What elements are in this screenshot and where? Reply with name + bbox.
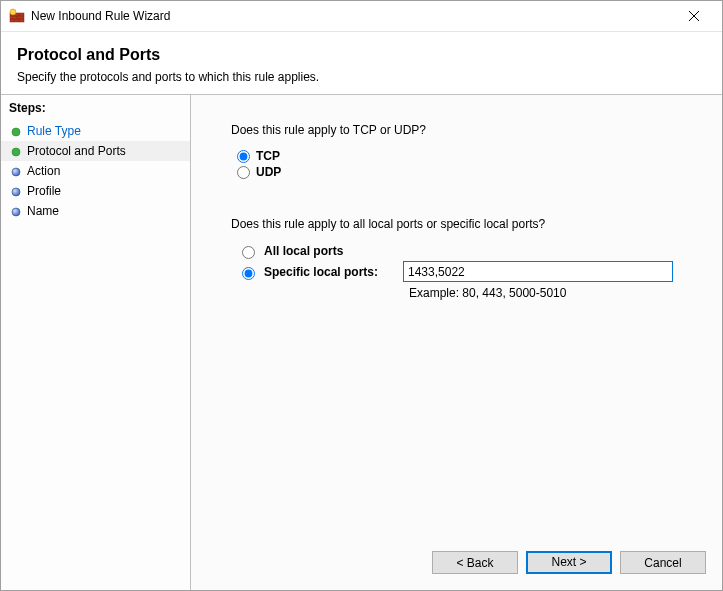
radio-specific-ports-label[interactable]: Specific local ports: xyxy=(264,265,378,279)
svg-point-15 xyxy=(12,188,20,196)
step-dot-upcoming-icon xyxy=(11,206,21,216)
svg-point-9 xyxy=(10,9,16,15)
ports-group: All local ports Specific local ports: Ex… xyxy=(237,243,698,300)
back-button[interactable]: < Back xyxy=(432,551,518,574)
radio-udp[interactable] xyxy=(237,166,250,179)
radio-udp-label[interactable]: UDP xyxy=(256,165,281,179)
step-label-name: Name xyxy=(27,204,59,218)
ports-example: Example: 80, 443, 5000-5010 xyxy=(409,286,698,300)
close-icon xyxy=(689,11,699,21)
svg-point-16 xyxy=(12,208,20,216)
step-action[interactable]: Action xyxy=(1,161,190,181)
radio-specific-ports[interactable] xyxy=(242,267,255,280)
footer-buttons: < Back Next > Cancel xyxy=(191,539,722,590)
radio-tcp-label[interactable]: TCP xyxy=(256,149,280,163)
radio-tcp[interactable] xyxy=(237,150,250,163)
cancel-button[interactable]: Cancel xyxy=(620,551,706,574)
radio-all-ports-row: All local ports xyxy=(237,243,698,259)
firewall-icon xyxy=(9,8,25,24)
steps-heading: Steps: xyxy=(1,97,190,121)
step-dot-upcoming-icon xyxy=(11,166,21,176)
radio-udp-row: UDP xyxy=(237,165,698,179)
step-dot-upcoming-icon xyxy=(11,186,21,196)
radio-all-ports[interactable] xyxy=(242,246,255,259)
step-label-protocol-and-ports: Protocol and Ports xyxy=(27,144,126,158)
step-label-action: Action xyxy=(27,164,60,178)
titlebar: New Inbound Rule Wizard xyxy=(1,1,722,32)
step-profile[interactable]: Profile xyxy=(1,181,190,201)
step-name[interactable]: Name xyxy=(1,201,190,221)
svg-point-12 xyxy=(12,128,20,136)
next-button[interactable]: Next > xyxy=(526,551,612,574)
question-protocol: Does this rule apply to TCP or UDP? xyxy=(231,123,698,137)
step-link-rule-type[interactable]: Rule Type xyxy=(27,124,81,138)
close-button[interactable] xyxy=(674,2,714,30)
step-dot-completed-icon xyxy=(11,126,21,136)
window-title: New Inbound Rule Wizard xyxy=(31,9,674,23)
question-ports: Does this rule apply to all local ports … xyxy=(231,217,698,231)
step-dot-current-icon xyxy=(11,146,21,156)
main-panel: Does this rule apply to TCP or UDP? TCP … xyxy=(191,95,722,590)
page-title: Protocol and Ports xyxy=(17,46,706,64)
svg-point-13 xyxy=(12,148,20,156)
svg-point-14 xyxy=(12,168,20,176)
radio-specific-ports-row: Specific local ports: xyxy=(237,261,698,282)
content: Does this rule apply to TCP or UDP? TCP … xyxy=(191,95,722,539)
header: Protocol and Ports Specify the protocols… xyxy=(1,32,722,94)
step-protocol-and-ports[interactable]: Protocol and Ports xyxy=(1,141,190,161)
body: Steps: Rule Type Protocol and Ports xyxy=(1,94,722,590)
wizard-window: New Inbound Rule Wizard Protocol and Por… xyxy=(0,0,723,591)
page-subtitle: Specify the protocols and ports to which… xyxy=(17,70,706,84)
radio-all-ports-label[interactable]: All local ports xyxy=(264,244,343,258)
radio-tcp-row: TCP xyxy=(237,149,698,163)
step-rule-type[interactable]: Rule Type xyxy=(1,121,190,141)
steps-sidebar: Steps: Rule Type Protocol and Ports xyxy=(1,95,191,590)
step-label-profile: Profile xyxy=(27,184,61,198)
specific-ports-input[interactable] xyxy=(403,261,673,282)
